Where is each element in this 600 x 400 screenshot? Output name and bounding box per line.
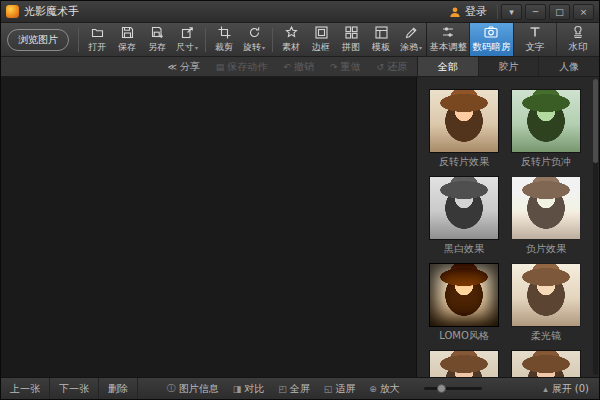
text-tool-icon [528,25,542,39]
panel-scrollbar[interactable] [593,79,598,163]
sticker-icon [285,26,298,40]
image-canvas[interactable] [1,77,417,377]
filter-item[interactable] [429,350,499,377]
fullscreen-label: 全屏 [290,382,310,396]
filter-thumbnail [429,89,499,153]
toolbar-button-label: 尺寸▾ [176,41,198,54]
filter-tab-film[interactable]: 胶片 [479,57,540,76]
tab-watermark[interactable]: 水印 [557,23,599,56]
toolbar-button-crop[interactable]: 裁剪 [209,26,239,54]
statusbar-left: 上一张 下一张 删除 [1,378,138,399]
tab-basic-adjust[interactable]: 基本调整 [427,23,470,56]
undo-button[interactable]: ↶撤销 [283,60,314,74]
prev-image-button[interactable]: 上一张 [1,378,50,399]
collage-icon [345,26,358,40]
compare-label: 对比 [244,382,264,396]
zoom-slider[interactable] [424,387,482,390]
expand-button[interactable]: ▴ 展开 (0) [543,378,589,399]
info-label: 图片信息 [179,382,219,396]
minimize-button[interactable]: ─ [525,4,546,20]
toolbar-button-label: 涂鸦▾ [400,41,422,54]
toolbar-button-frame[interactable]: 边框 [306,26,336,54]
image-info-button[interactable]: ⓘ图片信息 [160,382,226,396]
expand-caret-icon: ▴ [543,384,548,394]
close-button[interactable]: × [573,4,594,20]
filter-item[interactable]: 反转片负冲 [511,89,581,168]
app-window: 光影魔术手 登录 ▾ ─ □ × 浏览图片 打开 [0,0,600,400]
delete-image-button[interactable]: 删除 [99,378,138,399]
toolbar-button-rotate[interactable]: 旋转▾ [239,26,269,54]
titlebar-divider [497,5,498,19]
template-icon [375,26,388,40]
tab-text[interactable]: 文字 [514,23,557,56]
status-bar: 上一张 下一张 删除 ⓘ图片信息 ◨对比 ◰全屏 ◱适屏 ⊕放大 ▴ 展开 (0… [1,377,599,399]
dropdown-caret-icon: ▾ [195,44,198,51]
next-label: 下一张 [59,382,89,396]
filter-tab-all[interactable]: 全部 [418,57,479,76]
toolbar-separator [272,28,273,52]
fit-screen-button[interactable]: ◱适屏 [317,382,363,396]
filter-label: 负片效果 [511,243,581,255]
share-button[interactable]: ≪分享 [167,60,199,74]
save-action-button[interactable]: ▤保存动作 [216,60,268,74]
toolbar-button-material[interactable]: 素材 [276,26,306,54]
browse-images-button[interactable]: 浏览图片 [7,29,69,51]
filter-thumbnail [429,350,499,377]
toolbar-button-resize[interactable]: 尺寸▾ [172,26,202,54]
titlebar-controls: 登录 ▾ ─ □ × [442,4,594,20]
toolbar-button-save[interactable]: 保存 [112,26,142,54]
watermark-stamp-icon [571,25,585,39]
main-toolbar: 浏览图片 打开 保存 另存 尺寸▾ 裁剪 [1,23,599,57]
filter-label: 黑白效果 [429,243,499,255]
filter-label: 柔光镜 [511,330,581,342]
undo-icon: ↶ [283,62,291,72]
filter-thumbnail [511,89,581,153]
toolbar-button-doodle[interactable]: 涂鸦▾ [396,26,426,54]
toolbar-button-collage[interactable]: 拼图 [336,26,366,54]
prev-label: 上一张 [10,382,40,396]
compare-button[interactable]: ◨对比 [226,382,272,396]
app-title: 光影魔术手 [24,4,79,19]
tab-digital-darkroom[interactable]: 数码暗房 [470,23,513,56]
toolbar-button-open[interactable]: 打开 [82,26,112,54]
zoom-slider-handle[interactable] [437,384,446,393]
toolbar-left: 浏览图片 打开 保存 另存 尺寸▾ 裁剪 [7,23,426,56]
content-area: 反转片效果 反转片负冲 黑白效果 负片效果 LOMO风格 [1,77,599,377]
zoom-in-icon: ⊕ [369,384,377,394]
filter-item[interactable]: 负片效果 [511,176,581,255]
filter-item[interactable]: 反转片效果 [429,89,499,168]
filter-item[interactable]: LOMO风格 [429,263,499,342]
toolbar-button-label: 打开 [88,41,106,54]
maximize-button[interactable]: □ [549,4,570,20]
panel-tabs: 基本调整 数码暗房 文字 水印 [426,23,599,56]
menu-button[interactable]: ▾ [501,4,522,20]
restore-button[interactable]: ↺还原 [376,60,407,74]
statusbar-spacer [138,378,160,399]
filter-tab-portrait[interactable]: 人像 [539,57,599,76]
save-as-icon [151,26,164,40]
filter-item[interactable] [511,350,581,377]
label-text: 涂鸦 [400,41,418,54]
toolbar-button-template[interactable]: 模板 [366,26,396,54]
redo-button[interactable]: ↷重做 [330,60,361,74]
next-image-button[interactable]: 下一张 [50,378,99,399]
title-bar: 光影魔术手 登录 ▾ ─ □ × [1,1,599,23]
toolbar-button-save-as[interactable]: 另存 [142,26,172,54]
fullscreen-button[interactable]: ◰全屏 [271,382,317,396]
open-icon [91,26,104,40]
delete-label: 删除 [108,382,128,396]
redo-icon: ↷ [330,62,338,72]
rotate-icon [248,26,261,40]
login-button[interactable]: 登录 [442,4,494,19]
filter-item[interactable]: 黑白效果 [429,176,499,255]
pencil-icon [405,26,418,40]
camera-icon [484,25,498,39]
restore-icon: ↺ [376,62,384,72]
toolbar-button-label: 模板 [372,41,390,54]
statusbar-spacer [407,378,424,399]
dropdown-caret-icon: ▾ [419,44,422,51]
redo-label: 重做 [340,60,360,74]
zoom-in-button[interactable]: ⊕放大 [362,382,407,396]
login-label: 登录 [465,4,487,19]
filter-item[interactable]: 柔光镜 [511,263,581,342]
